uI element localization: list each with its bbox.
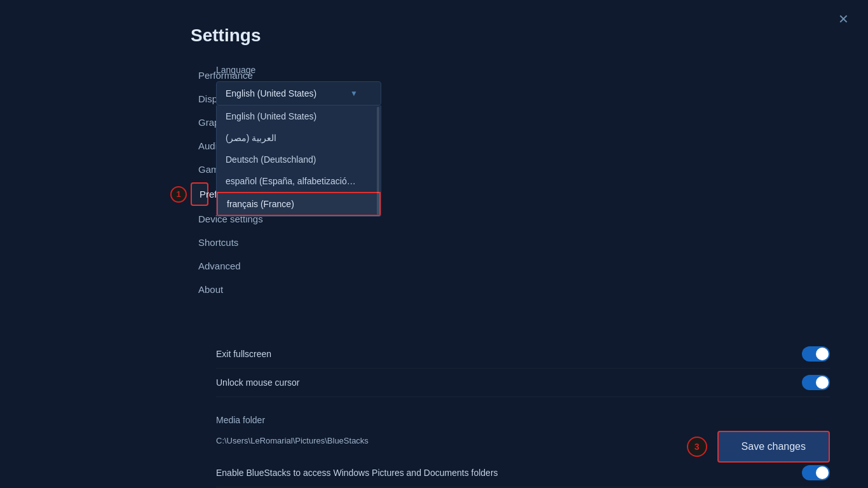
- dropdown-option-es-es[interactable]: español (España, alfabetización intern..…: [217, 170, 369, 192]
- sidebar: Performance Display Graphics Audio Gamep…: [0, 65, 191, 488]
- language-dropdown-list: English (United States) العربية (مصر) De…: [216, 105, 381, 217]
- step-1-badge: 1: [170, 186, 187, 203]
- dropdown-scrollbar[interactable]: [377, 107, 379, 215]
- unlock-mouse-row: Unlock mouse cursor: [216, 369, 830, 397]
- unlock-mouse-label: Unlock mouse cursor: [216, 377, 300, 388]
- exit-fullscreen-label: Exit fullscreen: [216, 349, 271, 359]
- main-content: Language English (United States) ▼ Engli…: [191, 65, 868, 488]
- enable-bluestacks-label: Enable BlueStacks to access Windows Pict…: [216, 468, 498, 478]
- enable-bluestacks-row: Enable BlueStacks to access Windows Pict…: [216, 459, 830, 487]
- language-select-button[interactable]: English (United States) ▼: [216, 81, 381, 105]
- language-label: Language: [216, 65, 830, 75]
- enable-bluestacks-toggle[interactable]: [802, 465, 830, 480]
- dropdown-option-en-us[interactable]: English (United States): [217, 105, 381, 127]
- selected-language-text: English (United States): [226, 88, 316, 98]
- sidebar-item-preferences[interactable]: 1 Preferences: [191, 182, 208, 206]
- language-section: Language English (United States) ▼ Engli…: [216, 65, 830, 219]
- settings-body: Performance Display Graphics Audio Gamep…: [0, 65, 868, 488]
- toggle-section: Exit fullscreen Unlock mouse cursor: [216, 340, 830, 397]
- settings-container: ✕ Settings Performance Display Graphics …: [0, 0, 868, 488]
- dropdown-option-de-de[interactable]: Deutsch (Deutschland): [217, 149, 381, 170]
- settings-title: Settings: [191, 25, 868, 46]
- unlock-mouse-toggle[interactable]: [802, 375, 830, 390]
- exit-fullscreen-row: Exit fullscreen: [216, 340, 830, 369]
- save-changes-button[interactable]: Save changes: [717, 431, 830, 463]
- close-button[interactable]: ✕: [838, 13, 849, 25]
- media-path-text: C:\Users\LeRomarial\Pictures\BlueStacks: [216, 436, 369, 445]
- dropdown-option-ar-eg[interactable]: العربية (مصر): [217, 127, 381, 149]
- exit-fullscreen-toggle[interactable]: [802, 346, 830, 362]
- media-folder-label: Media folder: [216, 415, 830, 425]
- dropdown-option-fr-fr[interactable]: 2 français (France): [217, 192, 381, 216]
- language-dropdown-wrapper: English (United States) ▼ English (Unite…: [216, 81, 381, 217]
- dropdown-arrow-icon: ▼: [350, 89, 358, 98]
- save-area: 3 Save changes: [687, 431, 830, 463]
- step-3-badge: 3: [687, 437, 707, 457]
